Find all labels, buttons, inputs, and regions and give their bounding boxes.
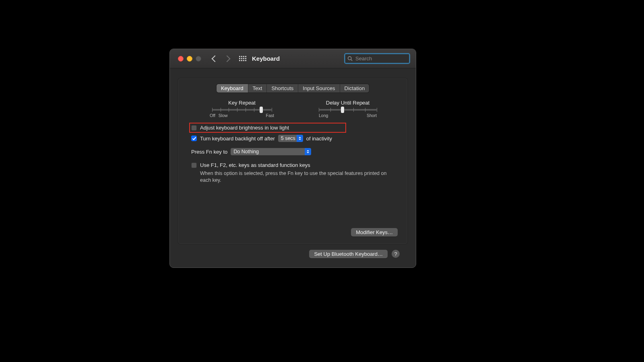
titlebar: Keyboard xyxy=(170,49,416,68)
show-all-icon[interactable] xyxy=(239,56,246,61)
function-keys-checkbox[interactable] xyxy=(191,162,197,168)
function-keys-description: When this option is selected, press the … xyxy=(191,170,394,184)
key-repeat-slider[interactable] xyxy=(212,109,272,111)
tab-shortcuts[interactable]: Shortcuts xyxy=(267,84,298,93)
tab-dictation[interactable]: Dictation xyxy=(340,84,369,93)
minimize-button[interactable] xyxy=(187,56,192,62)
tab-bar: Keyboard Text Shortcuts Input Sources Di… xyxy=(188,84,398,93)
key-repeat-fast-label: Fast xyxy=(266,113,274,118)
system-preferences-window: Keyboard Keyboard Text Shortcuts Input S… xyxy=(169,49,416,268)
svg-point-0 xyxy=(348,57,351,60)
delay-short-label: Short xyxy=(367,113,377,118)
function-keys-row: Use F1, F2, etc. keys as standard functi… xyxy=(191,157,394,170)
function-keys-label: Use F1, F2, etc. keys as standard functi… xyxy=(200,162,310,168)
key-repeat-title: Key Repeat xyxy=(202,100,282,106)
backlight-off-checkbox[interactable] xyxy=(191,136,197,141)
adjust-brightness-row: Adjust keyboard brightness in low light xyxy=(189,123,346,133)
delay-repeat-title: Delay Until Repeat xyxy=(312,100,384,106)
tab-text[interactable]: Text xyxy=(248,84,267,93)
modifier-keys-button[interactable]: Modifier Keys… xyxy=(351,228,398,237)
svg-line-1 xyxy=(351,60,352,61)
forward-button xyxy=(225,56,229,61)
adjust-brightness-label: Adjust keyboard brightness in low light xyxy=(200,125,289,131)
search-input[interactable] xyxy=(355,55,416,62)
key-repeat-slow-label: Slow xyxy=(219,113,228,118)
fn-key-select[interactable]: Do Nothing xyxy=(231,148,311,155)
preferences-panel: Keyboard Text Shortcuts Input Sources Di… xyxy=(178,78,408,244)
search-field[interactable] xyxy=(344,53,410,64)
adjust-brightness-checkbox[interactable] xyxy=(191,125,197,131)
tab-keyboard[interactable]: Keyboard xyxy=(217,84,248,93)
backlight-duration-select[interactable]: 5 secs xyxy=(278,135,303,142)
key-repeat-off-label: Off xyxy=(210,113,215,118)
backlight-off-row: Turn keyboard backlight off after 5 secs… xyxy=(191,133,394,144)
back-button[interactable] xyxy=(213,56,217,61)
fn-key-prefix: Press Fn key to xyxy=(191,149,227,155)
backlight-off-suffix: of inactivity xyxy=(306,136,332,142)
delay-repeat-slider[interactable] xyxy=(319,109,377,111)
backlight-off-prefix: Turn keyboard backlight off after xyxy=(200,136,275,142)
help-button[interactable]: ? xyxy=(392,250,400,258)
tab-input-sources[interactable]: Input Sources xyxy=(298,84,340,93)
setup-bluetooth-keyboard-button[interactable]: Set Up Bluetooth Keyboard… xyxy=(309,250,388,258)
zoom-button xyxy=(196,56,201,62)
close-button[interactable] xyxy=(178,56,184,62)
fn-key-row: Press Fn key to Do Nothing xyxy=(191,144,394,157)
window-controls xyxy=(178,56,201,62)
delay-long-label: Long xyxy=(319,113,328,118)
window-title: Keyboard xyxy=(252,55,280,62)
key-repeat-slider-group: Key Repeat Off Slow Fast xyxy=(202,100,282,118)
search-icon xyxy=(347,56,353,61)
delay-repeat-slider-group: Delay Until Repeat Long Short xyxy=(312,100,384,118)
